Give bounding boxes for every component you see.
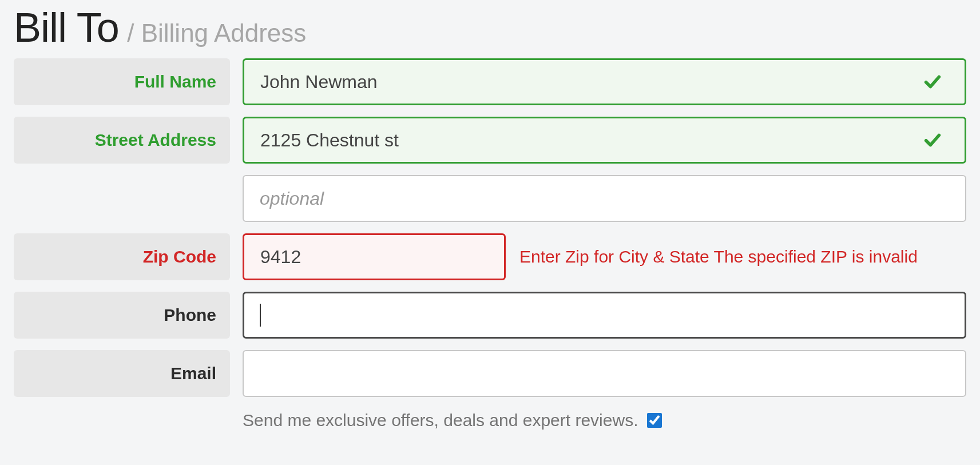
label-zip: Zip Code (14, 233, 230, 280)
newsletter-checkbox[interactable] (647, 413, 662, 428)
row-street2 (14, 175, 966, 222)
newsletter-label: Send me exclusive offers, deals and expe… (243, 411, 638, 430)
zip-error-primary: Enter Zip for City & State (519, 247, 709, 266)
label-phone: Phone (14, 292, 230, 339)
row-zip: Zip Code Enter Zip for City & State The … (14, 233, 966, 280)
zip-error-message: Enter Zip for City & State The specified… (519, 247, 918, 267)
zip-input[interactable] (243, 233, 506, 280)
row-newsletter: Send me exclusive offers, deals and expe… (14, 411, 966, 430)
billing-form: Bill To / Billing Address Full Name Stre… (0, 0, 980, 430)
row-street: Street Address (14, 117, 966, 164)
page-title: Bill To / Billing Address (14, 7, 966, 48)
row-phone: Phone (14, 292, 966, 339)
full-name-input[interactable] (243, 58, 966, 105)
heading-primary: Bill To (14, 5, 119, 50)
street-input[interactable] (243, 117, 966, 164)
phone-input[interactable] (243, 292, 966, 339)
label-full-name: Full Name (14, 58, 230, 105)
row-email: Email (14, 350, 966, 397)
zip-error-secondary: The specified ZIP is invalid (714, 247, 918, 266)
label-street: Street Address (14, 117, 230, 164)
street2-input[interactable] (243, 175, 966, 222)
email-input[interactable] (243, 350, 966, 397)
label-street2-spacer (14, 175, 230, 222)
label-email: Email (14, 350, 230, 397)
row-full-name: Full Name (14, 58, 966, 105)
heading-secondary: / Billing Address (127, 19, 306, 47)
